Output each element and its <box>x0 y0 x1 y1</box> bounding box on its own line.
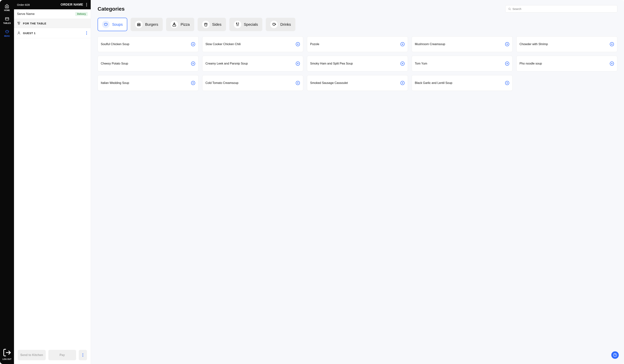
search-icon <box>508 7 511 10</box>
home-icon <box>5 4 9 8</box>
menu-item[interactable]: Mushroom Creamsoup <box>412 36 513 52</box>
menu-item-name: Soulful Chicken Soup <box>101 42 131 46</box>
add-icon[interactable] <box>296 61 300 66</box>
pizza-icon <box>171 21 178 28</box>
for-table-section[interactable]: FOR THE TABLE <box>14 19 91 28</box>
add-icon[interactable] <box>296 42 300 47</box>
menu-item[interactable]: Soulful Chicken Soup <box>98 36 199 52</box>
person-icon <box>17 31 21 35</box>
menu-item-name: Creamy Leek and Parsnip Soup <box>206 62 250 66</box>
category-pizza[interactable]: Pizza <box>166 18 194 31</box>
category-sides[interactable]: Sides <box>198 18 226 31</box>
category-drinks[interactable]: Drinks <box>266 18 295 31</box>
add-icon[interactable] <box>191 81 195 85</box>
delivery-badge: Delivery <box>75 12 88 16</box>
tables-icon <box>5 17 9 21</box>
nav-menu-label: MENU <box>4 35 10 37</box>
menu-item[interactable]: Italian Wedding Soup <box>98 75 199 91</box>
add-icon[interactable] <box>191 61 195 66</box>
order-name-label: ORDER NAME <box>61 3 83 6</box>
svg-point-9 <box>174 24 175 24</box>
menu-item[interactable]: Tom Yum <box>412 56 513 72</box>
svg-point-8 <box>175 25 175 25</box>
menu-item[interactable]: Cold Tomato Creamsoup <box>202 75 303 91</box>
utensils-icon <box>17 22 21 25</box>
page-title: Categories <box>98 6 125 12</box>
svg-point-3 <box>18 32 20 33</box>
guest-menu-button[interactable] <box>85 31 88 35</box>
help-icon <box>613 353 617 357</box>
guest-row[interactable]: GUEST 1 <box>14 28 91 38</box>
order-header: Order-828 ORDER NAME <box>14 0 91 9</box>
add-icon[interactable] <box>296 81 300 85</box>
order-actions: Send to Kitchen Pay <box>14 346 91 364</box>
category-label: Specials <box>244 22 258 27</box>
menu-item-name: Mushroom Creamsoup <box>415 42 447 46</box>
category-label: Drinks <box>280 22 291 27</box>
menu-item[interactable]: Pozole <box>307 36 408 52</box>
menu-item-name: Smoked Sausage Cassoulet <box>310 81 350 85</box>
nav-logout-label: LOG OUT <box>3 358 12 360</box>
order-menu-button[interactable] <box>85 2 88 7</box>
svg-line-5 <box>510 9 511 10</box>
nav-tables-label: TABLES <box>3 22 11 24</box>
for-table-label: FOR THE TABLE <box>23 22 46 25</box>
category-tabs: SoupsBurgersPizzaSidesSpecialsDrinks <box>98 18 617 31</box>
menu-item[interactable]: Pho noodle soup <box>516 56 617 72</box>
category-soups[interactable]: Soups <box>98 18 127 31</box>
utensils-icon <box>234 21 241 28</box>
pot-icon <box>102 21 109 28</box>
menu-item-name: Black Garlic and Lentil Soup <box>415 81 454 85</box>
category-label: Sides <box>212 22 222 27</box>
order-id: Order-828 <box>17 3 30 6</box>
logout-icon <box>3 348 12 357</box>
pay-button[interactable]: Pay <box>48 350 76 360</box>
menu-item-name: Cold Tomato Creamsoup <box>206 81 240 85</box>
order-more-button[interactable] <box>79 350 87 360</box>
main-content: Categories SoupsBurgersPizzaSidesSpecial… <box>91 0 624 364</box>
menu-item-name: Slow Cooker Chicken Chili <box>206 42 243 46</box>
add-icon[interactable] <box>191 42 195 47</box>
menu-icon <box>5 29 9 34</box>
add-icon[interactable] <box>505 61 509 66</box>
serve-row: Serve Name Delivery <box>14 9 91 19</box>
menu-item[interactable]: Creamy Leek and Parsnip Soup <box>202 56 303 72</box>
nav-logout[interactable]: LOG OUT <box>3 348 12 360</box>
help-button[interactable] <box>611 351 619 359</box>
add-icon[interactable] <box>400 81 405 85</box>
add-icon[interactable] <box>610 42 614 47</box>
add-icon[interactable] <box>400 61 405 66</box>
menu-item[interactable]: Slow Cooker Chicken Chili <box>202 36 303 52</box>
add-icon[interactable] <box>505 81 509 85</box>
cup-icon <box>270 21 278 28</box>
menu-item[interactable]: Black Garlic and Lentil Soup <box>412 75 513 91</box>
nav-tables[interactable]: TABLES <box>3 17 11 24</box>
menu-item[interactable]: Smoked Sausage Cassoulet <box>307 75 408 91</box>
menu-item-name: Pho noodle soup <box>520 62 544 66</box>
menu-item-name: Cheesy Potato Soup <box>101 62 130 66</box>
search-input[interactable] <box>512 7 615 10</box>
nav-home[interactable]: HOME <box>4 4 10 11</box>
category-label: Pizza <box>181 22 190 27</box>
fries-icon <box>202 21 209 28</box>
burger-icon <box>135 21 143 28</box>
category-specials[interactable]: Specials <box>229 18 262 31</box>
category-label: Soups <box>112 22 123 27</box>
serve-name: Serve Name <box>17 12 34 16</box>
svg-point-4 <box>509 8 510 9</box>
send-kitchen-button[interactable]: Send to Kitchen <box>18 350 46 360</box>
menu-item[interactable]: Chowder with Shrimp <box>516 36 617 52</box>
order-panel: Order-828 ORDER NAME Serve Name Delivery… <box>14 0 91 364</box>
add-icon[interactable] <box>610 61 614 66</box>
menu-item[interactable]: Smoky Ham and Split Pea Soup <box>307 56 408 72</box>
search-box[interactable] <box>505 5 617 12</box>
category-burgers[interactable]: Burgers <box>131 18 163 31</box>
menu-items-grid: Soulful Chicken SoupSlow Cooker Chicken … <box>98 36 617 91</box>
sidebar: HOME TABLES MENU LOG OUT <box>0 0 14 364</box>
add-icon[interactable] <box>505 42 509 47</box>
nav-menu[interactable]: MENU <box>4 29 10 37</box>
category-label: Burgers <box>145 22 158 27</box>
menu-item[interactable]: Cheesy Potato Soup <box>98 56 199 72</box>
add-icon[interactable] <box>400 42 405 47</box>
svg-point-7 <box>174 24 174 25</box>
